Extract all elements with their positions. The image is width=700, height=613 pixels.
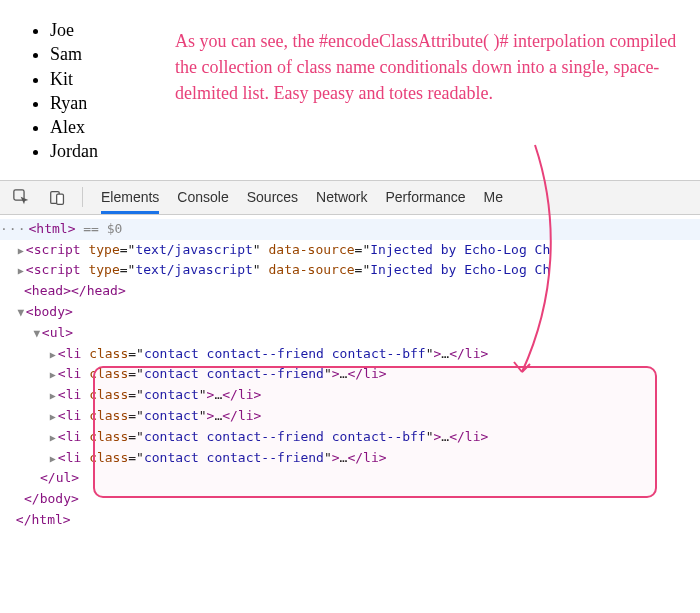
inspect-element-icon[interactable]: [8, 184, 34, 210]
expand-icon[interactable]: [48, 387, 58, 405]
dom-node-body-close[interactable]: </body>: [0, 489, 700, 510]
tab-memory-partial[interactable]: Me: [484, 180, 503, 214]
dom-node-html[interactable]: ···<html> == $0: [0, 219, 700, 240]
devtools-tabs: Elements Console Sources Network Perform…: [95, 180, 503, 214]
dom-node-li[interactable]: <li class="contact">…</li>: [0, 385, 700, 406]
list-item: Alex: [50, 115, 700, 139]
tab-sources[interactable]: Sources: [247, 180, 298, 214]
expand-icon[interactable]: [48, 408, 58, 426]
dom-node-ul-close[interactable]: </ul>: [0, 468, 700, 489]
dom-node-li[interactable]: <li class="contact contact--friend">…</l…: [0, 364, 700, 385]
tab-network[interactable]: Network: [316, 180, 367, 214]
dom-node-script[interactable]: <script type="text/javascript" data-sour…: [0, 260, 700, 281]
tab-console[interactable]: Console: [177, 180, 228, 214]
dom-node-li[interactable]: <li class="contact contact--friend conta…: [0, 344, 700, 365]
tab-performance[interactable]: Performance: [385, 180, 465, 214]
expand-icon[interactable]: [48, 346, 58, 364]
devtools-toolbar: Elements Console Sources Network Perform…: [0, 181, 700, 215]
expand-icon[interactable]: [48, 450, 58, 468]
dom-node-head[interactable]: <head></head>: [0, 281, 700, 302]
dom-node-script[interactable]: <script type="text/javascript" data-sour…: [0, 240, 700, 261]
tab-elements[interactable]: Elements: [101, 180, 159, 214]
device-toolbar-icon[interactable]: [44, 184, 70, 210]
list-item: Jordan: [50, 139, 700, 163]
annotation-text: As you can see, the #encodeClassAttribut…: [175, 28, 680, 106]
expand-icon[interactable]: [16, 262, 26, 280]
dom-node-li[interactable]: <li class="contact contact--friend">…</l…: [0, 448, 700, 469]
dom-node-body[interactable]: <body>: [0, 302, 700, 323]
elements-tree[interactable]: ···<html> == $0 <script type="text/javas…: [0, 215, 700, 537]
expand-icon[interactable]: [16, 242, 26, 260]
expand-icon[interactable]: [48, 366, 58, 384]
svg-rect-2: [56, 194, 63, 204]
dom-node-ul[interactable]: <ul>: [0, 323, 700, 344]
expand-icon[interactable]: [48, 429, 58, 447]
dom-node-li[interactable]: <li class="contact">…</li>: [0, 406, 700, 427]
toolbar-separator: [82, 187, 83, 207]
collapse-icon[interactable]: [32, 325, 42, 343]
collapse-icon[interactable]: [16, 304, 26, 322]
dom-node-li[interactable]: <li class="contact contact--friend conta…: [0, 427, 700, 448]
dom-node-html-close[interactable]: </html>: [0, 510, 700, 531]
devtools-panel: Elements Console Sources Network Perform…: [0, 180, 700, 537]
